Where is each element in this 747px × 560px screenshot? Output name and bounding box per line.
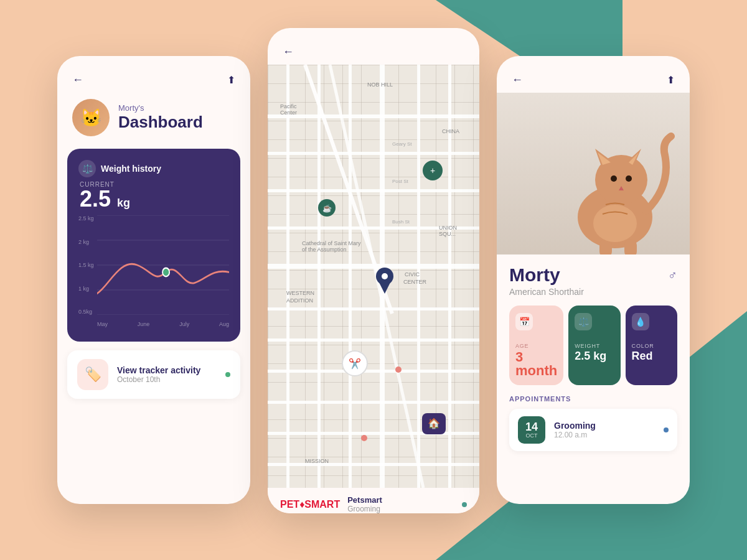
appointments-section: APPOINTMENTS 14 OCT Grooming 12.00 a.m: [497, 385, 690, 451]
back-button-s3[interactable]: ←: [512, 73, 523, 86]
tracker-status-dot: [225, 372, 230, 377]
pet-photo: [497, 93, 690, 254]
svg-point-61: [626, 175, 632, 182]
svg-rect-11: [268, 307, 479, 310]
tracker-icon: 🏷️: [77, 359, 108, 390]
weight-stat: ⚖️ WEIGHT 2.5 kg: [568, 306, 620, 385]
color-stat: 💧 COLOR Red: [626, 306, 677, 385]
appt-type: Grooming: [554, 421, 596, 431]
weight-value: 2.5 kg: [575, 350, 614, 362]
svg-text:of the Assumption: of the Assumption: [302, 246, 347, 253]
color-label: COLOR: [632, 343, 671, 349]
svg-text:SQU...: SQU...: [439, 231, 456, 237]
tracker-date: October 10th: [117, 375, 200, 384]
weight-unit: kg: [117, 197, 130, 209]
map-footer: PET♦SMART Petsmart Grooming: [268, 488, 479, 513]
svg-rect-64: [624, 239, 637, 254]
weight-card: ⚖️ Weight history CURRENT 2.5 kg 2.5 kg …: [67, 149, 240, 342]
weight-icon: ⚖️: [78, 160, 96, 177]
appt-status-dot: [664, 427, 669, 432]
profile-screen: ← ⬆: [497, 56, 690, 504]
stats-row: 📅 AGE 3 month ⚖️ WEIGHT 2.5 kg 💧 COLOR R…: [509, 306, 677, 385]
svg-text:Cathedral of Saint Mary: Cathedral of Saint Mary: [302, 240, 361, 246]
svg-text:Geary St: Geary St: [392, 141, 412, 147]
dashboard-screen: ← ⬆ 🐱 Morty's Dashboard ⚖️ Weight histor…: [57, 56, 250, 504]
svg-rect-19: [349, 65, 352, 488]
svg-rect-6: [268, 114, 479, 118]
svg-text:☕: ☕: [322, 203, 332, 213]
svg-rect-13: [268, 370, 479, 373]
cat-illustration: [497, 93, 690, 254]
appointments-title: APPOINTMENTS: [509, 395, 677, 403]
svg-rect-8: [268, 189, 479, 192]
drop-icon: 💧: [632, 313, 649, 330]
back-button-s2[interactable]: ←: [283, 45, 294, 58]
svg-text:MISSION: MISSION: [305, 458, 329, 464]
hero-section: 🐱 Morty's Dashboard: [57, 93, 250, 149]
svg-text:✂️: ✂️: [349, 358, 361, 370]
svg-point-60: [611, 175, 617, 182]
gender-icon: ♂: [668, 268, 677, 282]
age-value: 3 month: [515, 350, 557, 378]
age-label: AGE: [515, 343, 557, 349]
appt-month: OCT: [526, 432, 538, 439]
store-title: Petsmart: [347, 495, 382, 505]
appt-time: 12.00 a.m: [554, 431, 596, 439]
map-area[interactable]: Pacific Center NOB HILL Cathedral of Sai…: [268, 65, 479, 488]
svg-point-65: [593, 205, 637, 242]
svg-text:CIVIC: CIVIC: [405, 271, 420, 278]
tracker-title: View tracker activity: [117, 365, 200, 375]
svg-point-52: [395, 366, 402, 373]
pet-name: Morty: [509, 264, 560, 286]
svg-text:ADDITION: ADDITION: [286, 297, 313, 304]
s3-header: ← ⬆: [497, 56, 690, 93]
svg-text:CENTER: CENTER: [403, 279, 427, 285]
color-value: Red: [632, 350, 671, 362]
age-stat: 📅 AGE 3 month: [509, 306, 563, 385]
svg-text:CHINA: CHINA: [442, 128, 459, 134]
svg-rect-14: [268, 401, 479, 404]
appointment-card[interactable]: 14 OCT Grooming 12.00 a.m: [509, 409, 677, 451]
svg-rect-18: [317, 65, 321, 488]
svg-rect-17: [286, 65, 289, 488]
svg-rect-16: [268, 463, 479, 466]
calendar-icon: 📅: [515, 313, 533, 330]
scale-icon: ⚖️: [575, 313, 592, 330]
chart-svg-container: [97, 215, 229, 315]
appt-day: 14: [525, 421, 538, 432]
dashboard-subtitle: Morty's: [118, 103, 203, 113]
chart-svg: [97, 215, 229, 315]
appointment-date: 14 OCT: [518, 416, 545, 444]
svg-text:🏠: 🏠: [428, 418, 440, 429]
store-subtitle: Grooming: [347, 505, 382, 513]
weight-card-title: Weight history: [101, 164, 161, 174]
weight-label: WEIGHT: [575, 343, 614, 349]
current-weight: 2.5 kg: [80, 188, 229, 210]
svg-text:UNION: UNION: [439, 225, 457, 231]
svg-point-5: [162, 268, 169, 277]
svg-text:NOB HILL: NOB HILL: [367, 82, 393, 88]
store-dot: [462, 502, 467, 507]
tracker-card[interactable]: 🏷️ View tracker activity October 10th: [67, 350, 240, 399]
svg-text:Bush St: Bush St: [392, 219, 410, 225]
svg-text:+: +: [430, 166, 435, 175]
petsmart-logo: PET♦SMART: [280, 499, 340, 510]
svg-text:Center: Center: [280, 110, 297, 116]
s1-header: ← ⬆: [57, 56, 250, 93]
weight-chart: 2.5 kg 2 kg 1.5 kg 1 kg 0.5kg: [78, 215, 229, 327]
svg-rect-15: [268, 432, 479, 435]
svg-rect-7: [268, 152, 479, 155]
avatar: 🐱: [72, 99, 110, 136]
svg-text:Pacific: Pacific: [280, 103, 297, 110]
share-button-s3[interactable]: ⬆: [667, 74, 675, 86]
svg-rect-12: [268, 338, 479, 342]
s2-header: ←: [268, 28, 479, 65]
map-screen: ←: [268, 28, 479, 513]
pet-breed: American Shorthair: [509, 287, 677, 297]
share-button-s1[interactable]: ⬆: [227, 74, 235, 86]
svg-point-47: [382, 273, 388, 279]
pet-info: Morty ♂ American Shorthair 📅 AGE 3 month…: [497, 254, 690, 385]
dashboard-title: Dashboard: [118, 113, 203, 132]
svg-text:WESTERN: WESTERN: [286, 290, 314, 296]
back-button-s1[interactable]: ←: [72, 73, 83, 86]
